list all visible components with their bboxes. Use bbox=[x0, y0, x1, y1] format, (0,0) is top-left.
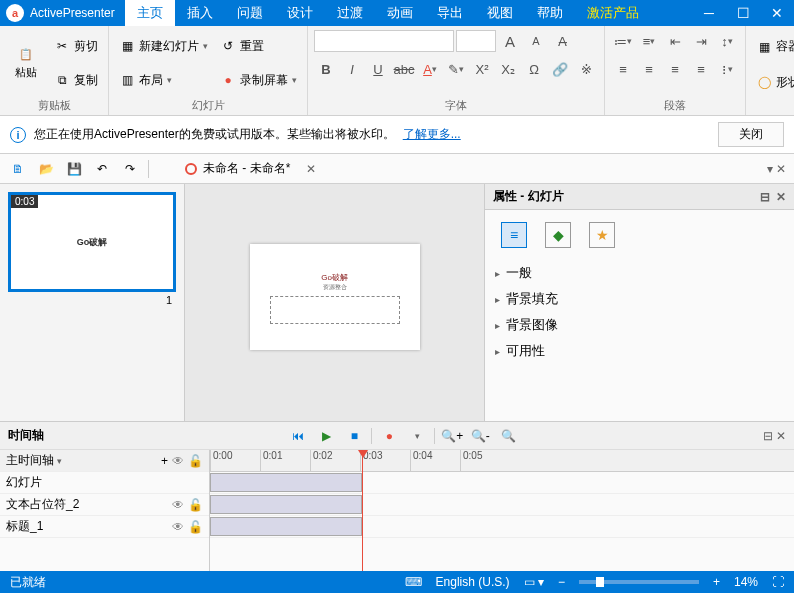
font-color-button[interactable]: A bbox=[418, 58, 442, 80]
zoom-value[interactable]: 14% bbox=[734, 575, 758, 589]
align-right-button[interactable]: ≡ bbox=[663, 58, 687, 80]
tab-activate[interactable]: 激活产品 bbox=[575, 0, 651, 26]
strike-button[interactable]: abc bbox=[392, 58, 416, 80]
tl-lane-slide[interactable] bbox=[210, 472, 794, 494]
fullscreen-button[interactable]: ⛶ bbox=[772, 575, 784, 589]
tl-track-title[interactable]: 标题_1👁🔓 bbox=[0, 516, 209, 538]
close-button[interactable]: ✕ bbox=[760, 5, 794, 21]
tl-main-track-select[interactable]: 主时间轴 bbox=[6, 452, 157, 469]
clear-format-button[interactable]: A̶ bbox=[550, 30, 574, 52]
zoom-out-button[interactable]: − bbox=[558, 575, 565, 589]
tab-export[interactable]: 导出 bbox=[425, 0, 475, 26]
tl-clip[interactable] bbox=[210, 517, 362, 536]
align-center-button[interactable]: ≡ bbox=[637, 58, 661, 80]
tl-track-slide[interactable]: 幻灯片 bbox=[0, 472, 209, 494]
eye-icon[interactable]: 👁 bbox=[172, 520, 184, 534]
tl-zoomin-button[interactable]: 🔍+ bbox=[441, 425, 463, 447]
cut-button[interactable]: ✂剪切 bbox=[50, 36, 102, 57]
link-button[interactable]: 🔗 bbox=[548, 58, 572, 80]
tl-clip[interactable] bbox=[210, 495, 362, 514]
numbering-button[interactable]: ≡ bbox=[637, 30, 661, 52]
tl-zoomfit-button[interactable]: 🔍 bbox=[497, 425, 519, 447]
font-size-input[interactable] bbox=[456, 30, 496, 52]
font-shrink-button[interactable]: A bbox=[524, 30, 548, 52]
italic-button[interactable]: I bbox=[340, 58, 364, 80]
tab-question[interactable]: 问题 bbox=[225, 0, 275, 26]
bullets-button[interactable]: ≔ bbox=[611, 30, 635, 52]
tl-add-icon[interactable]: + bbox=[161, 454, 168, 468]
document-tab[interactable]: 未命名 - 未命名* ✕ bbox=[177, 160, 324, 177]
underline-button[interactable]: U bbox=[366, 58, 390, 80]
copy-button[interactable]: ⧉复制 bbox=[50, 70, 102, 91]
container-button[interactable]: ▦容器 bbox=[752, 36, 794, 57]
tab-view[interactable]: 视图 bbox=[475, 0, 525, 26]
new-file-button[interactable]: 🗎 bbox=[8, 159, 28, 179]
timeline-close-icon[interactable]: ⊟ ✕ bbox=[763, 429, 786, 443]
font-name-input[interactable] bbox=[314, 30, 454, 52]
props-tab-general[interactable]: ≡ bbox=[501, 222, 527, 248]
props-pin-icon[interactable]: ⊟ bbox=[760, 190, 770, 204]
tl-eye-icon[interactable]: 👁 bbox=[172, 454, 184, 468]
align-left-button[interactable]: ≡ bbox=[611, 58, 635, 80]
tl-zoomout-button[interactable]: 🔍- bbox=[469, 425, 491, 447]
shape-button[interactable]: ◯形状 bbox=[752, 72, 794, 93]
symbol-button[interactable]: Ω bbox=[522, 58, 546, 80]
redo-button[interactable]: ↷ bbox=[120, 159, 140, 179]
reference-button[interactable]: ※ bbox=[574, 58, 598, 80]
highlight-button[interactable]: ✎ bbox=[444, 58, 468, 80]
open-file-button[interactable]: 📂 bbox=[36, 159, 56, 179]
props-tab-star[interactable]: ★ bbox=[589, 222, 615, 248]
prop-section-bgimage[interactable]: 背景图像 bbox=[485, 312, 794, 338]
reset-button[interactable]: ↺重置 bbox=[216, 36, 301, 57]
tab-transition[interactable]: 过渡 bbox=[325, 0, 375, 26]
outdent-button[interactable]: ⇤ bbox=[663, 30, 687, 52]
tl-prev-button[interactable]: ⏮ bbox=[287, 425, 309, 447]
prop-section-general[interactable]: 一般 bbox=[485, 260, 794, 286]
tab-design[interactable]: 设计 bbox=[275, 0, 325, 26]
canvas[interactable]: Go破解 资源整合 bbox=[185, 184, 484, 421]
tl-track-text[interactable]: 文本占位符_2👁🔓 bbox=[0, 494, 209, 516]
new-slide-button[interactable]: ▦新建幻灯片 bbox=[115, 36, 212, 57]
tab-home[interactable]: 主页 bbox=[125, 0, 175, 26]
record-screen-button[interactable]: ●录制屏幕 bbox=[216, 70, 301, 91]
tl-stop-button[interactable]: ■ bbox=[343, 425, 365, 447]
superscript-button[interactable]: X² bbox=[470, 58, 494, 80]
status-language[interactable]: English (U.S.) bbox=[436, 575, 510, 589]
tab-insert[interactable]: 插入 bbox=[175, 0, 225, 26]
tl-lane-text[interactable] bbox=[210, 494, 794, 516]
lock-icon[interactable]: 🔓 bbox=[188, 498, 203, 512]
paste-button[interactable]: 📋 粘贴 bbox=[6, 30, 46, 96]
keyboard-icon[interactable]: ⌨ bbox=[405, 575, 422, 589]
slide-title-text[interactable]: Go破解 bbox=[321, 272, 348, 283]
align-justify-button[interactable]: ≡ bbox=[689, 58, 713, 80]
eye-icon[interactable]: 👁 bbox=[172, 498, 184, 512]
prop-section-availability[interactable]: 可用性 bbox=[485, 338, 794, 364]
font-grow-button[interactable]: A bbox=[498, 30, 522, 52]
panel-dropdown-icon[interactable]: ▾ ✕ bbox=[767, 162, 786, 176]
maximize-button[interactable]: ☐ bbox=[726, 5, 760, 21]
slide-thumbnail[interactable]: 0:03 Go破解 bbox=[8, 192, 176, 292]
zoom-slider[interactable] bbox=[579, 580, 699, 584]
text-placeholder[interactable] bbox=[270, 296, 400, 324]
slide-editor[interactable]: Go破解 资源整合 bbox=[250, 244, 420, 350]
notice-link[interactable]: 了解更多... bbox=[403, 126, 461, 143]
tl-clip[interactable] bbox=[210, 473, 362, 492]
tl-lock-icon[interactable]: 🔓 bbox=[188, 454, 203, 468]
tl-record-button[interactable]: ● bbox=[378, 425, 400, 447]
lock-icon[interactable]: 🔓 bbox=[188, 520, 203, 534]
bold-button[interactable]: B bbox=[314, 58, 338, 80]
view-mode-button[interactable]: ▭ ▾ bbox=[524, 575, 544, 589]
undo-button[interactable]: ↶ bbox=[92, 159, 112, 179]
timeline-tracks-area[interactable]: 0:00 0:01 0:02 0:03 0:04 0:05 bbox=[210, 450, 794, 571]
indent-button[interactable]: ⇥ bbox=[689, 30, 713, 52]
props-tab-style[interactable]: ◆ bbox=[545, 222, 571, 248]
tl-lane-title[interactable] bbox=[210, 516, 794, 538]
tab-help[interactable]: 帮助 bbox=[525, 0, 575, 26]
prop-section-bgfill[interactable]: 背景填充 bbox=[485, 286, 794, 312]
tl-record-dd[interactable] bbox=[406, 425, 428, 447]
props-close-icon[interactable]: ✕ bbox=[776, 190, 786, 204]
tl-play-button[interactable]: ▶ bbox=[315, 425, 337, 447]
timeline-playhead[interactable] bbox=[362, 450, 363, 571]
doc-close-icon[interactable]: ✕ bbox=[306, 162, 316, 176]
layout-button[interactable]: ▥布局 bbox=[115, 70, 212, 91]
